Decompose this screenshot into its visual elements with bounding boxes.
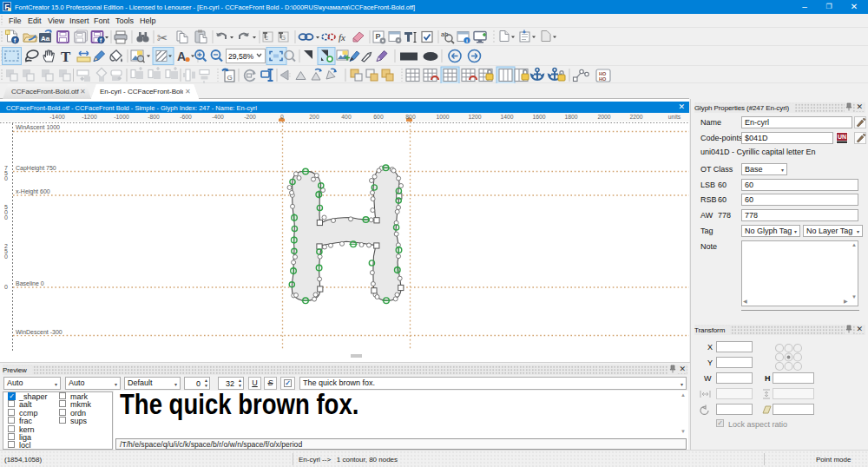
svg-text:29,58%: 29,58% [228,52,254,61]
svg-text:G: G [227,74,233,82]
svg-text:T: T [61,49,71,65]
svg-text:i: i [466,37,468,43]
svg-text:Aa: Aa [41,35,50,43]
svg-text:P: P [376,32,381,41]
svg-text:HO: HO [599,76,607,82]
svg-text:fx: fx [339,32,345,43]
svg-text:UN: UN [838,134,846,140]
svg-text:ab: ab [441,30,448,38]
svg-text:✂: ✂ [157,30,168,45]
svg-text:A: A [177,49,186,63]
